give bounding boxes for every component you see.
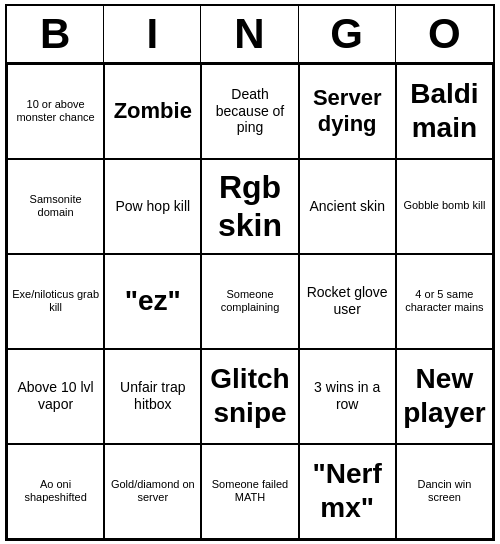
bingo-cell-15: Above 10 lvl vapor [7,349,104,444]
cell-text-21: Gold/diamond on server [109,478,196,504]
bingo-cell-2: Death because of ping [201,64,298,159]
cell-text-9: Gobble bomb kill [401,199,488,212]
bingo-cell-24: Dancin win screen [396,444,493,539]
cell-text-14: 4 or 5 same character mains [401,288,488,314]
cell-text-7: Rgb skin [206,168,293,245]
header-letter-n: N [201,6,298,62]
cell-text-17: Glitch snipe [206,362,293,429]
bingo-cell-4: Baldi main [396,64,493,159]
bingo-cell-21: Gold/diamond on server [104,444,201,539]
bingo-cell-17: Glitch snipe [201,349,298,444]
bingo-cell-19: New player [396,349,493,444]
bingo-grid: 10 or above monster chanceZombieDeath be… [7,64,493,539]
cell-text-22: Someone failed MATH [206,478,293,504]
cell-text-16: Unfair trap hitbox [109,379,196,413]
header-letter-b: B [7,6,104,62]
bingo-cell-22: Someone failed MATH [201,444,298,539]
header-letter-o: O [396,6,493,62]
cell-text-1: Zombie [109,98,196,124]
header-letter-i: I [104,6,201,62]
cell-text-19: New player [401,362,488,429]
bingo-cell-5: Samsonite domain [7,159,104,254]
bingo-cell-23: "Nerf mx" [299,444,396,539]
bingo-cell-6: Pow hop kill [104,159,201,254]
cell-text-0: 10 or above monster chance [12,98,99,124]
bingo-cell-12: Someone complaining [201,254,298,349]
cell-text-10: Exe/niloticus grab kill [12,288,99,314]
cell-text-2: Death because of ping [206,86,293,136]
bingo-cell-14: 4 or 5 same character mains [396,254,493,349]
cell-text-11: "ez" [109,284,196,318]
bingo-cell-1: Zombie [104,64,201,159]
cell-text-20: Ao oni shapeshifted [12,478,99,504]
cell-text-15: Above 10 lvl vapor [12,379,99,413]
bingo-cell-0: 10 or above monster chance [7,64,104,159]
bingo-cell-9: Gobble bomb kill [396,159,493,254]
bingo-cell-13: Rocket glove user [299,254,396,349]
bingo-cell-3: Server dying [299,64,396,159]
cell-text-3: Server dying [304,85,391,138]
cell-text-4: Baldi main [401,77,488,144]
cell-text-23: "Nerf mx" [304,457,391,524]
header-letter-g: G [299,6,396,62]
cell-text-13: Rocket glove user [304,284,391,318]
bingo-header: BINGO [7,6,493,64]
bingo-cell-10: Exe/niloticus grab kill [7,254,104,349]
bingo-cell-7: Rgb skin [201,159,298,254]
bingo-cell-8: Ancient skin [299,159,396,254]
bingo-cell-20: Ao oni shapeshifted [7,444,104,539]
cell-text-6: Pow hop kill [109,198,196,215]
cell-text-12: Someone complaining [206,288,293,314]
bingo-cell-16: Unfair trap hitbox [104,349,201,444]
bingo-cell-11: "ez" [104,254,201,349]
bingo-cell-18: 3 wins in a row [299,349,396,444]
cell-text-24: Dancin win screen [401,478,488,504]
cell-text-8: Ancient skin [304,198,391,215]
cell-text-5: Samsonite domain [12,193,99,219]
cell-text-18: 3 wins in a row [304,379,391,413]
bingo-card: BINGO 10 or above monster chanceZombieDe… [5,4,495,541]
